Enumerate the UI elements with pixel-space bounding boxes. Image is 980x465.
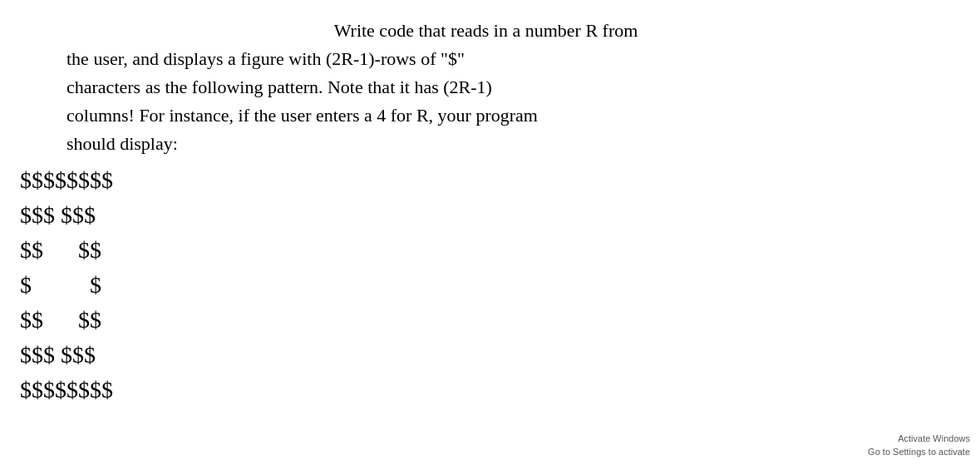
description-line5: should display:: [66, 133, 178, 154]
activate-line2: Go to Settings to activate: [868, 447, 970, 457]
code-line-2: $$$ $$$: [20, 198, 963, 233]
description-line1: Write code that reads in a number R from: [17, 17, 955, 45]
code-line-7: $$$$$$$$: [20, 373, 963, 408]
code-line-5: $$ $$: [20, 303, 963, 338]
description-line3: characters as the following pattern. Not…: [66, 77, 492, 97]
code-line-1: $$$$$$$$: [20, 163, 963, 198]
description-block: Write code that reads in a number R from…: [66, 17, 955, 158]
code-line-3: $$ $$: [20, 233, 963, 268]
main-content: Write code that reads in a number R from…: [0, 0, 980, 424]
activate-line1: Activate Windows: [898, 433, 970, 443]
code-line-6: $$$ $$$: [20, 338, 963, 373]
code-display: $$$$$$$$ $$$ $$$ $$ $$ $ $ $$ $$ $$$ $$$…: [20, 163, 963, 408]
description-line4: columns! For instance, if the user enter…: [66, 105, 538, 126]
activate-windows-notice: Activate Windows Go to Settings to activ…: [868, 433, 970, 458]
description-line2: the user, and displays a figure with (2R…: [66, 48, 465, 69]
code-line-4: $ $: [20, 268, 963, 303]
